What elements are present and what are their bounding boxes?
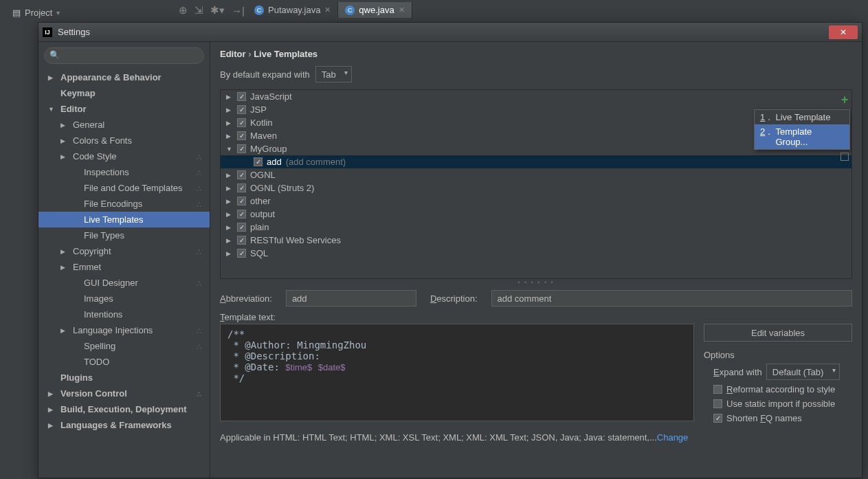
expand-with-option-select[interactable]: Default (Tab) (766, 364, 840, 380)
nav-item-language-injections[interactable]: ▶Language Injections⛬ (38, 322, 210, 338)
expand-label: By default expand with (220, 69, 310, 80)
nav-item-version-control[interactable]: ▶Version Control⛬ (38, 386, 210, 401)
editor-tab-qwe[interactable]: C qwe.java ✕ (338, 2, 412, 18)
gear-icon[interactable]: ✱▾ (210, 4, 225, 16)
template-restful-web-services[interactable]: ▶✓RESTful Web Services (221, 234, 852, 247)
checkbox-icon[interactable]: ✓ (237, 223, 246, 232)
template-text-editor[interactable]: /** * @Author: MingmingZhou * @Descripti… (220, 324, 694, 421)
nav-item-gui-designer[interactable]: GUI Designer⛬ (38, 275, 210, 291)
nav-item-file-and-code-templates[interactable]: File and Code Templates⛬ (38, 180, 210, 196)
chevron-icon: ▼ (226, 146, 233, 153)
popup-live-template[interactable]: 1. Live Template (755, 110, 849, 124)
edit-variables-button[interactable]: Edit variables (704, 324, 852, 342)
chevron-icon: ▶ (226, 120, 233, 126)
chevron-icon: ▶ (226, 237, 233, 244)
breadcrumb: Editor › Live Templates (210, 42, 862, 63)
template-sql[interactable]: ▶✓SQL (221, 247, 852, 260)
editor-topbar: ▤ Project ▾ ⊕ ⇲ ✱▾ →| C Putaway.java ✕ C… (0, 0, 868, 25)
chevron-icon: ▶ (226, 211, 233, 218)
scope-icon: ⛬ (195, 168, 203, 177)
project-tool-button[interactable]: ▤ Project ▾ (12, 8, 60, 18)
editor-tabs: C Putaway.java ✕ C qwe.java ✕ (247, 2, 412, 18)
add-button[interactable]: + (841, 93, 849, 107)
dialog-titlebar[interactable]: IJ Settings ✕ (38, 23, 862, 42)
option-reformat[interactable]: Reformat according to style (704, 382, 852, 397)
template-ognl-struts-2-[interactable]: ▶✓OGNL (Struts 2) (221, 181, 852, 194)
nav-item-keymap[interactable]: Keymap (38, 85, 210, 101)
checkbox-icon[interactable]: ✓ (237, 170, 246, 179)
checkbox-icon[interactable]: ✓ (237, 236, 246, 245)
checkbox-icon[interactable]: ✓ (237, 249, 246, 258)
chevron-icon: ▶ (48, 390, 55, 397)
chevron-icon: ▶ (60, 264, 67, 271)
nav-item-emmet[interactable]: ▶Emmet (38, 259, 210, 275)
nav-item-colors-fonts[interactable]: ▶Colors & Fonts (38, 133, 210, 148)
template-plain[interactable]: ▶✓plain (221, 221, 852, 234)
nav-item-editor[interactable]: ▼Editor (38, 101, 210, 117)
nav-item-inspections[interactable]: Inspections⛬ (38, 164, 210, 180)
nav-item-languages-frameworks[interactable]: ▶Languages & Frameworks (38, 417, 210, 433)
template-other[interactable]: ▶✓other (221, 194, 852, 208)
checkbox-icon[interactable]: ✓ (237, 92, 246, 101)
expand-with-select[interactable]: Tab (315, 66, 352, 82)
chevron-icon: ▶ (226, 198, 233, 205)
description-input[interactable] (491, 290, 852, 307)
nav-item-file-types[interactable]: File Types (38, 227, 210, 243)
chevron-icon: ▶ (226, 93, 233, 100)
scope-icon: ⛬ (195, 184, 203, 192)
nav-item-live-templates[interactable]: Live Templates (38, 212, 210, 227)
separator-icon[interactable] (841, 153, 849, 161)
hide-icon[interactable]: →| (232, 5, 245, 16)
nav-item-todo[interactable]: TODO (38, 354, 210, 370)
nav-item-file-encodings[interactable]: File Encodings⛬ (38, 196, 210, 212)
popup-template-group[interactable]: 2. Template Group... (755, 124, 849, 149)
target-icon[interactable]: ⊕ (179, 4, 188, 16)
option-shorten-fq[interactable]: ✓Shorten FQ names (704, 411, 852, 425)
template-text-label: Template text: (210, 309, 862, 324)
checkbox-icon[interactable]: ✓ (254, 157, 263, 166)
template-ognl[interactable]: ▶✓OGNL (221, 168, 852, 181)
nav-item-images[interactable]: Images (38, 291, 210, 307)
search-icon: 🔍 (49, 50, 60, 60)
scope-icon: ⛬ (195, 247, 203, 256)
nav-item-build-execution-deployment[interactable]: ▶Build, Execution, Deployment (38, 401, 210, 417)
nav-item-plugins[interactable]: Plugins (38, 370, 210, 386)
dialog-title: Settings (58, 27, 90, 37)
checkbox-icon[interactable]: ✓ (237, 197, 246, 205)
nav-item-copyright[interactable]: ▶Copyright⛬ (38, 243, 210, 259)
close-icon[interactable]: ✕ (399, 5, 405, 14)
template-javascript[interactable]: ▶✓JavaScript (221, 90, 852, 103)
checkbox-icon[interactable]: ✓ (237, 131, 246, 140)
chevron-icon: ▶ (226, 224, 233, 231)
templates-tree-area: ▶✓JavaScript▶✓JSP▶✓Kotlin▶✓Maven▼✓MyGrou… (220, 89, 852, 279)
add-popup: 1. Live Template 2. Template Group... (754, 109, 850, 150)
nav-item-intentions[interactable]: Intentions (38, 307, 210, 322)
checkbox-icon[interactable]: ✓ (237, 183, 246, 192)
nav-item-general[interactable]: ▶General (38, 117, 210, 133)
abbreviation-input[interactable] (286, 290, 416, 307)
template-output[interactable]: ▶✓output (221, 208, 852, 221)
chevron-icon: ▶ (48, 422, 55, 429)
nav-item-spelling[interactable]: Spelling⛬ (38, 338, 210, 354)
project-label: Project (25, 8, 52, 18)
chevron-icon: ▶ (60, 153, 67, 160)
option-static-import[interactable]: Use static import if possible (704, 397, 852, 411)
collapse-icon[interactable]: ⇲ (194, 4, 203, 16)
tab-label: Putaway.java (268, 5, 320, 15)
template-add[interactable]: ✓add (add comment) (221, 155, 852, 168)
checkbox-icon[interactable]: ✓ (237, 118, 246, 127)
checkbox-icon[interactable]: ✓ (237, 144, 246, 153)
checkbox-icon[interactable]: ✓ (237, 210, 246, 219)
nav-item-appearance-behavior[interactable]: ▶Appearance & Behavior (38, 69, 210, 85)
nav-item-code-style[interactable]: ▶Code Style⛬ (38, 148, 210, 164)
class-icon: C (254, 5, 264, 15)
editor-tab-putaway[interactable]: C Putaway.java ✕ (247, 2, 338, 18)
scope-icon: ⛬ (195, 326, 203, 335)
settings-search-input[interactable] (44, 47, 204, 64)
checkbox-icon[interactable]: ✓ (237, 105, 246, 114)
options-label: Options (704, 348, 852, 361)
close-icon[interactable]: ✕ (324, 5, 331, 14)
applicable-contexts: Applicable in HTML: HTML Text; HTML; XML… (210, 430, 862, 449)
window-close-button[interactable]: ✕ (829, 25, 858, 39)
change-link[interactable]: Change (657, 432, 689, 443)
